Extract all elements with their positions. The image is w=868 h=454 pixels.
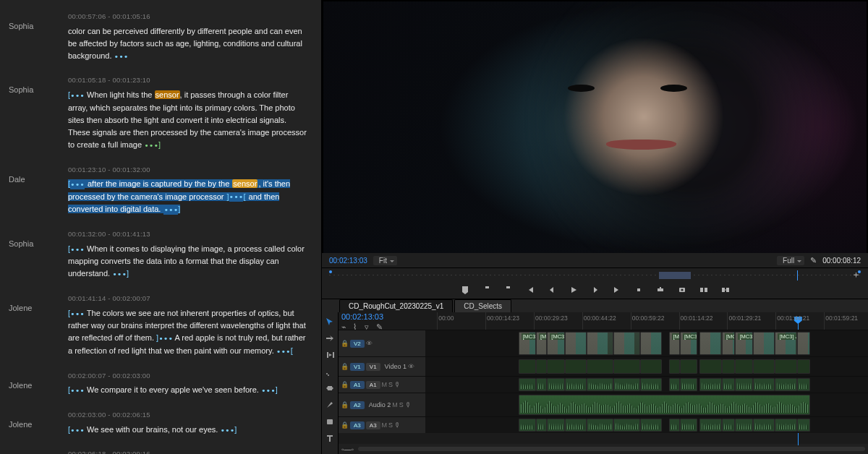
clip[interactable] [519, 395, 811, 415]
track-a2[interactable]: 🔒A2 Audio 2MS🎙 [339, 393, 868, 416]
comparison-icon[interactable] [699, 285, 709, 295]
clip[interactable] [699, 419, 722, 432]
clip[interactable] [565, 359, 587, 374]
track-header[interactable]: 🔒V1V1 Video 1👁 [339, 357, 425, 376]
ruler-handle-left[interactable] [329, 270, 332, 273]
transcript-text[interactable]: [••• We compare it to every apple we've … [68, 385, 278, 394]
in-point-icon[interactable] [482, 285, 492, 295]
export-frame-icon[interactable] [677, 285, 687, 295]
clip[interactable] [797, 419, 810, 432]
lock-icon[interactable]: 🔒 [341, 421, 349, 429]
clip[interactable] [640, 359, 663, 374]
snap-icon[interactable]: ⌁ [341, 322, 349, 330]
clip[interactable] [699, 332, 722, 355]
out-point-icon[interactable] [503, 285, 514, 295]
sequence-tab[interactable]: CD_RoughCut_20230225_v1 [339, 299, 453, 312]
timeline-ruler[interactable]: 00:0000:00:14:2300:00:29:2300:00:44:2200… [428, 312, 868, 330]
transcript-entry[interactable]: Sophia00:00:57:06 - 00:01:05:16color can… [9, 4, 308, 68]
clip[interactable] [735, 419, 752, 432]
transcript-entry[interactable]: Jolene00:01:41:14 - 00:02:00:07[••• The … [9, 286, 308, 364]
lift-icon[interactable] [634, 285, 644, 295]
solo-icon[interactable]: S [399, 401, 404, 408]
clip[interactable]: [MC3] SOPHIEDA [547, 332, 564, 355]
clip[interactable] [519, 359, 536, 374]
clip[interactable] [753, 332, 775, 355]
lock-icon[interactable]: 🔒 [341, 401, 349, 408]
lock-icon[interactable]: 🔒 [341, 381, 349, 388]
lock-icon[interactable]: 🔒 [341, 340, 349, 347]
clip[interactable]: [MC2] S [722, 332, 735, 355]
mic-icon[interactable]: 🎙 [394, 381, 401, 388]
transcript-entry[interactable]: Sophia00:01:32:00 - 00:01:41:13[••• When… [9, 222, 308, 286]
lock-icon[interactable]: 🔒 [341, 363, 349, 370]
clip[interactable] [680, 359, 697, 374]
clip[interactable] [753, 419, 775, 432]
clip[interactable] [536, 359, 547, 374]
zoom-dropdown[interactable]: Full [777, 256, 804, 265]
clip[interactable] [565, 332, 587, 355]
button-editor-plus-icon[interactable]: ＋ [851, 268, 861, 281]
clip[interactable] [547, 419, 564, 432]
type-tool-icon[interactable] [325, 433, 335, 443]
mute-icon[interactable]: M [382, 421, 388, 429]
clip[interactable] [775, 359, 797, 374]
add-marker-icon[interactable] [460, 285, 470, 295]
eye-icon[interactable]: 👁 [366, 340, 373, 347]
clip[interactable] [699, 378, 722, 391]
play-icon[interactable] [569, 285, 579, 295]
insert-icon[interactable] [720, 285, 731, 295]
clip[interactable] [699, 359, 722, 374]
clip[interactable] [565, 378, 587, 391]
clip[interactable]: [MC3] SO [536, 332, 547, 355]
solo-icon[interactable]: S [388, 381, 393, 388]
clip[interactable] [753, 378, 775, 391]
transcript-text[interactable]: [••• When light hits the sensor, it pass… [68, 90, 307, 149]
mic-icon[interactable]: 🎙 [405, 401, 412, 408]
transcript-text[interactable]: [••• When it comes to displaying the ima… [68, 244, 305, 278]
solo-icon[interactable]: S [388, 421, 393, 429]
clip[interactable] [775, 378, 797, 391]
clip[interactable] [547, 359, 564, 374]
step-fwd-icon[interactable] [590, 285, 600, 295]
track-select-tool-icon[interactable] [325, 333, 335, 343]
clip[interactable] [547, 378, 564, 391]
transcript-text[interactable]: [••• after the image is captured by the … [68, 179, 290, 213]
hand-tool-icon[interactable] [325, 416, 335, 427]
razor-tool-icon[interactable] [325, 367, 335, 377]
ripple-tool-icon[interactable] [325, 350, 335, 360]
transcript-text[interactable]: [••• We see with our brains, not our eye… [68, 425, 237, 434]
transcript-entry[interactable]: Dale00:01:23:10 - 00:01:32:00[••• after … [9, 158, 308, 223]
track-a1[interactable]: 🔒A1A1MS🎙 [339, 376, 868, 393]
eye-icon[interactable]: 👁 [408, 363, 414, 370]
clip[interactable]: [MC3] JOLENE_02_MC [V] [775, 332, 797, 355]
zoom-scrub-bar[interactable]: ◦―◦ [339, 444, 868, 454]
clip[interactable] [613, 419, 640, 432]
step-back-icon[interactable] [547, 285, 557, 295]
transcript-entry[interactable]: Sophia00:01:05:18 - 00:01:23:10[••• When… [9, 68, 308, 157]
clip[interactable] [640, 378, 663, 391]
mute-icon[interactable]: M [382, 381, 388, 388]
clip[interactable]: [MC3] SOPHIEDALE_03_M [680, 332, 697, 355]
linked-sel-icon[interactable]: ⌇ [353, 322, 360, 330]
clip[interactable] [536, 419, 547, 432]
track-header[interactable]: 🔒A1A1MS🎙 [339, 377, 425, 393]
clip[interactable] [565, 419, 587, 432]
transcript-panel[interactable]: Sophia00:00:57:06 - 00:01:05:16color can… [0, 0, 322, 454]
track-v2[interactable]: 🔒V2👁[MC3] SOPHIEDAL[MC3] SO[MC3] SOPHIED… [339, 330, 868, 356]
clip[interactable] [613, 378, 640, 391]
clip[interactable] [640, 332, 663, 355]
clip[interactable] [519, 419, 536, 432]
clip[interactable] [587, 419, 613, 432]
selection-tool-icon[interactable] [325, 317, 335, 327]
extract-icon[interactable] [655, 285, 665, 295]
clip[interactable] [669, 359, 680, 374]
clip[interactable] [640, 419, 663, 432]
zoom-out-icon[interactable]: ◦―◦ [341, 445, 354, 453]
clip[interactable] [587, 378, 613, 391]
mic-icon[interactable]: 🎙 [394, 421, 401, 429]
clip[interactable] [613, 332, 640, 355]
clip[interactable] [753, 359, 775, 374]
clip[interactable] [587, 332, 613, 355]
marker-icon[interactable]: ▿ [365, 322, 372, 330]
track-header[interactable]: 🔒A3A3MS🎙 [339, 417, 425, 433]
